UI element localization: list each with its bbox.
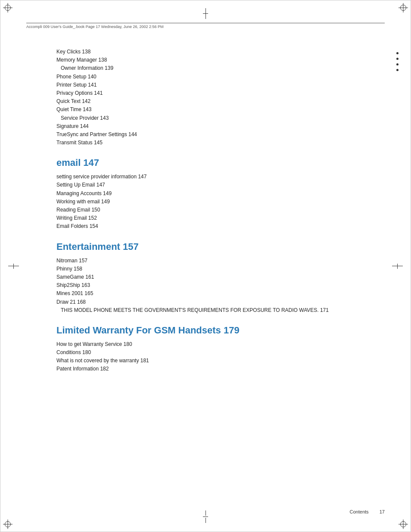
header-bar: Accompli 009 User's Guide_.book Page 17 …	[26, 23, 385, 29]
dot-4	[396, 69, 399, 71]
section-list-0: setting service provider information 147…	[56, 173, 376, 230]
header-text: Accompli 009 User's Guide_.book Page 17 …	[26, 25, 164, 29]
section-list-1: Nitroman 157Phinny 158SameGame 161Ship2S…	[56, 257, 376, 314]
section-heading-2: Limited Warranty For GSM Handsets 179	[56, 325, 376, 336]
corner-mark-tl	[3, 3, 12, 12]
toc-item: Quick Text 142	[56, 97, 376, 106]
toc-item: Phone Setup 140	[56, 73, 376, 81]
decoration-dots	[396, 52, 399, 71]
right-center-mark	[392, 264, 403, 269]
toc-item: Ship2Ship 163	[56, 281, 376, 289]
main-content: Key Clicks 138Memory Manager 138Owner In…	[56, 48, 376, 497]
dot-1	[396, 52, 399, 54]
toc-item: THIS MODEL PHONE MEETS THE GOVERNMENT'S …	[56, 306, 376, 314]
footer: Contents 17	[26, 509, 385, 514]
section-list-2: How to get Warranty Service 180Condition…	[56, 340, 376, 373]
toc-item: Service Provider 143	[56, 114, 376, 122]
toc-initial-list: Key Clicks 138Memory Manager 138Owner In…	[56, 48, 376, 147]
toc-item: setting service provider information 147	[56, 173, 376, 181]
dot-2	[396, 58, 399, 60]
section-heading-0: email 147	[56, 157, 376, 168]
toc-item: Key Clicks 138	[56, 48, 376, 56]
toc-item: Owner Information 139	[56, 64, 376, 72]
toc-item: Managing Accounts 149	[56, 190, 376, 198]
toc-item: Nitroman 157	[56, 257, 376, 265]
toc-item: Mines 2001 165	[56, 289, 376, 298]
left-center-mark	[8, 264, 19, 269]
toc-item: SameGame 161	[56, 273, 376, 281]
toc-item: Printer Setup 141	[56, 81, 376, 89]
toc-item: Phinny 158	[56, 265, 376, 273]
footer-text: Contents 17	[350, 509, 385, 514]
sections-container: email 147setting service provider inform…	[56, 157, 376, 373]
corner-mark-tr	[399, 3, 408, 12]
toc-item: Transmit Status 145	[56, 139, 376, 147]
toc-item: Writing Email 152	[56, 214, 376, 222]
corner-mark-bl	[3, 520, 12, 529]
toc-item: Working with email 149	[56, 198, 376, 206]
toc-item: Privacy Options 141	[56, 89, 376, 97]
toc-item: Conditions 180	[56, 348, 376, 357]
page: Accompli 009 User's Guide_.book Page 17 …	[0, 0, 411, 532]
toc-item: Draw 21 168	[56, 298, 376, 306]
toc-item: Reading Email 150	[56, 206, 376, 214]
toc-item: Memory Manager 138	[56, 56, 376, 64]
footer-label: Contents	[350, 509, 369, 514]
section-heading-1: Entertainment 157	[56, 241, 376, 252]
toc-item: Patent Information 182	[56, 365, 376, 373]
toc-item: How to get Warranty Service 180	[56, 340, 376, 348]
toc-item: Email Folders 154	[56, 222, 376, 230]
corner-mark-br	[399, 520, 408, 529]
dot-3	[396, 63, 399, 65]
toc-item: TrueSync and Partner Settings 144	[56, 131, 376, 139]
footer-page-number: 17	[380, 509, 385, 514]
toc-item: Quiet Time 143	[56, 106, 376, 114]
top-center-mark	[203, 8, 208, 19]
toc-item: Setting Up Email 147	[56, 181, 376, 189]
toc-item: Signature 144	[56, 122, 376, 131]
toc-item: What is not covered by the warranty 181	[56, 357, 376, 365]
